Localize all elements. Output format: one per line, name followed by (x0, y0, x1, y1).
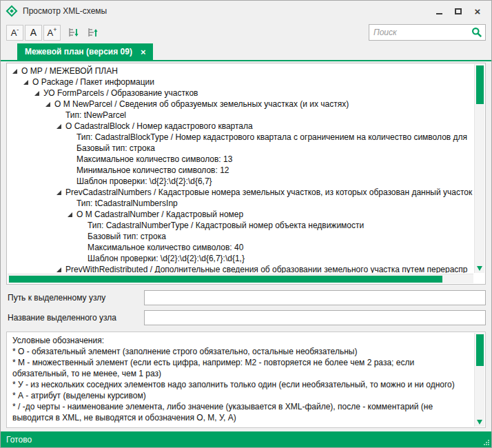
tree-node-label: PrevWithRedistributed / Дополнительные с… (65, 265, 468, 273)
tree-node-label: PrevCadastralNumbers / Кадастровые номер… (65, 187, 472, 197)
window-title: Просмотр XML-схемы (23, 6, 107, 16)
tree-node-label: Шаблон проверки: \d{2}:\d{2}:\d{6,7}:\d{… (88, 254, 245, 263)
tree-node-label: УО FormParcels / Образование участков (43, 88, 198, 98)
font-increase-label: А (48, 28, 54, 37)
tree-node[interactable]: О Package / Пакет информации (8, 77, 473, 88)
app-window: Просмотр XML-схемы × А- А А+ (0, 0, 492, 448)
statusbar: Готово (1, 431, 491, 447)
tree-node-label: О CadastralBlock / Номер кадастрового кв… (65, 121, 253, 131)
collapse-all-icon (87, 27, 99, 39)
node-name-label: Название выделенного узла (6, 313, 144, 323)
tree-node[interactable]: УО FormParcels / Образование участков (8, 88, 473, 99)
expand-arrow-icon[interactable] (34, 91, 39, 96)
expand-all-button[interactable] (65, 24, 81, 41)
expand-arrow-icon[interactable] (12, 69, 17, 74)
tree-node[interactable]: Базовый тип: строка (8, 143, 473, 154)
toolbar: А- А А+ (1, 21, 491, 43)
tree-node[interactable]: PrevCadastralNumbers / Кадастровые номер… (8, 187, 473, 198)
tree-vertical-scrollbar[interactable] (474, 64, 484, 273)
font-decrease-mod: - (17, 27, 19, 33)
tree-vscroll-down-arrow-icon[interactable] (477, 266, 482, 271)
tree-node-label: Базовый тип: строка (76, 143, 155, 153)
tree-node-label: Базовый тип: строка (88, 232, 166, 241)
tree-vscroll-thumb[interactable] (476, 65, 484, 104)
tab-mezhevoy-plan[interactable]: Межевой план (версия 09) × (17, 43, 153, 60)
minimize-button[interactable] (429, 3, 449, 19)
node-path-row: Путь к выделенному узлу (6, 290, 486, 305)
tree-node[interactable]: Базовый тип: строка (8, 231, 473, 242)
expand-arrow-icon[interactable] (57, 267, 61, 272)
tree-rows: О МР / МЕЖЕВОЙ ПЛАНО Package / Пакет инф… (8, 65, 473, 273)
legend-line: * М - множественный элемент (если есть ц… (12, 357, 470, 379)
close-button[interactable]: × (468, 3, 487, 19)
titlebar: Просмотр XML-схемы × (1, 1, 491, 21)
legend-lines: * О - обязательный элемент (заполнение с… (12, 346, 470, 423)
app-icon (6, 6, 18, 17)
tree-node-label: Тип: CadastralBlockType / Номер кадастро… (76, 132, 467, 142)
minimize-icon (436, 13, 442, 14)
legend-line: * А - атрибут (выделены курсивом) (12, 390, 470, 401)
tree-node[interactable]: PrevWithRedistributed / Дополнительные с… (8, 264, 473, 273)
legend-vscroll-down-arrow-icon[interactable] (477, 420, 482, 425)
tree-node[interactable]: Максимальное количество символов: 13 (8, 154, 473, 165)
font-normal-button[interactable]: А (25, 25, 42, 41)
search-box (369, 24, 486, 41)
tree-node-label: Минимальное количество символов: 12 (76, 165, 229, 175)
expand-arrow-icon[interactable] (68, 212, 72, 217)
maximize-button[interactable] (449, 3, 468, 19)
node-path-input[interactable] (144, 290, 486, 305)
expand-arrow-icon[interactable] (57, 124, 61, 129)
legend-panel: Условные обозначения: * О - обязательный… (6, 332, 486, 428)
tab-close-icon[interactable]: × (141, 48, 146, 57)
expand-arrow-icon[interactable] (23, 80, 28, 85)
node-path-label: Путь к выделенному узлу (6, 293, 144, 303)
tree-node-label: Шаблон проверки: \d{2}:\d{2}:\d{6,7} (76, 176, 212, 186)
tree-node-label: Максимальное количество символов: 40 (88, 243, 243, 252)
tree-node[interactable]: Тип: tCadastralNumbersInp (8, 198, 473, 209)
tree-node[interactable]: Максимальное количество символов: 40 (8, 242, 473, 253)
search-icon[interactable] (471, 27, 482, 38)
legend-line: * У - из нескольких соседних элементов н… (12, 379, 470, 390)
collapse-all-button[interactable] (84, 24, 101, 41)
font-normal-label: А (30, 28, 37, 37)
search-input[interactable] (373, 28, 471, 37)
legend-line: * О - обязательный элемент (заполнение с… (12, 346, 470, 357)
tree-node[interactable]: Шаблон проверки: \d{2}:\d{2}:\d{6,7}:\d{… (8, 253, 473, 264)
tree-horizontal-scrollbar[interactable] (8, 274, 473, 283)
tree-node-label: О М CadastralNumber / Кадастровый номер (76, 210, 243, 219)
legend-vscroll-thumb[interactable] (476, 334, 484, 366)
tree-node-label: Тип: tCadastralNumbersInp (76, 198, 178, 208)
font-decrease-button[interactable]: А- (6, 25, 23, 41)
expand-arrow-icon[interactable] (57, 190, 61, 195)
window-controls: × (429, 3, 487, 19)
xml-schema-tree: О МР / МЕЖЕВОЙ ПЛАНО Package / Пакет инф… (6, 63, 486, 285)
tree-node-label: Тип: CadastralNumberType / Кадастровый н… (88, 221, 364, 230)
maximize-icon (455, 8, 462, 14)
tree-node-label: О МР / МЕЖЕВОЙ ПЛАН (21, 66, 118, 76)
tree-node[interactable]: О М CadastralNumber / Кадастровый номер (8, 209, 473, 220)
tree-node-label: Тип: tNewParcel (65, 110, 126, 120)
tree-node[interactable]: О М NewParcel / Сведения об образуемых з… (8, 99, 473, 110)
tree-node[interactable]: Тип: tNewParcel (8, 110, 473, 121)
resize-grip[interactable] (482, 438, 490, 446)
expand-arrow-icon[interactable] (45, 102, 50, 107)
tree-node[interactable]: Тип: CadastralBlockType / Номер кадастро… (8, 132, 473, 143)
font-decrease-label: А (11, 28, 17, 37)
tree-node-label: Максимальное количество символов: 13 (76, 154, 232, 164)
node-name-row: Название выделенного узла (6, 310, 486, 325)
close-icon: × (475, 6, 481, 17)
tree-node[interactable]: О CadastralBlock / Номер кадастрового кв… (8, 121, 473, 132)
legend-line: * / -до черты - наименование элемента, л… (12, 401, 470, 423)
node-name-input[interactable] (144, 310, 486, 325)
legend-title: Условные обозначения: (12, 335, 470, 346)
tree-node[interactable]: О МР / МЕЖЕВОЙ ПЛАН (8, 65, 473, 77)
tab-label: Межевой план (версия 09) (25, 47, 132, 57)
tree-node[interactable]: Шаблон проверки: \d{2}:\d{2}:\d{6,7} (8, 176, 473, 187)
tree-node[interactable]: Минимальное количество символов: 12 (8, 165, 473, 176)
legend-text: Условные обозначения: * О - обязательный… (12, 335, 470, 425)
font-increase-button[interactable]: А+ (43, 25, 61, 41)
legend-vertical-scrollbar[interactable] (474, 333, 484, 427)
status-text: Готово (6, 435, 32, 445)
tree-node[interactable]: Тип: CadastralNumberType / Кадастровый н… (8, 220, 473, 231)
tree-hscroll-thumb[interactable] (9, 276, 442, 283)
